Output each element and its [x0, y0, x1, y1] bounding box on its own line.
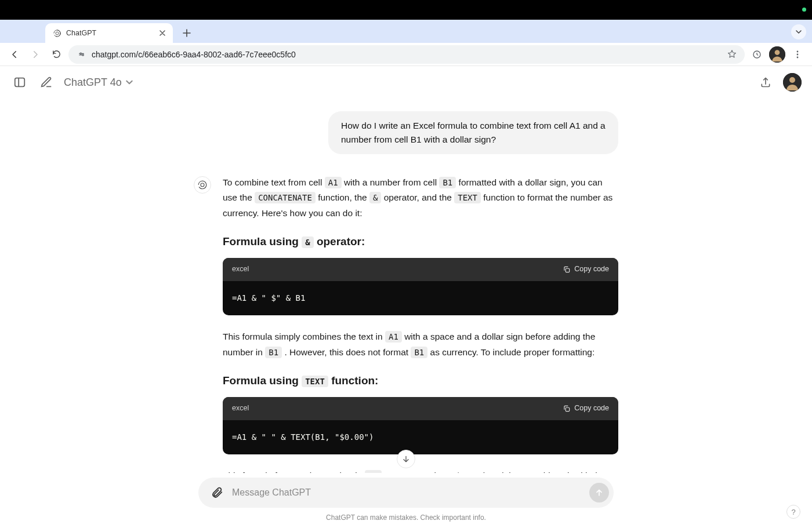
- browser-toolbar: chatgpt.com/c/66eab6c6-9aa4-8002-aad6-7c…: [0, 43, 812, 66]
- code-block-2: excel Copy code =A1 & " " & TEXT(B1, "$0…: [223, 397, 618, 454]
- code-content: =A1 & " " & TEXT(B1, "$0.00"): [223, 420, 618, 455]
- browser-profile-button[interactable]: [769, 46, 785, 63]
- svg-point-13: [201, 183, 204, 187]
- back-button[interactable]: [6, 46, 23, 63]
- svg-rect-15: [566, 407, 569, 411]
- user-avatar[interactable]: [783, 73, 802, 92]
- composer-area: ChatGPT can make mistakes. Check importa…: [0, 473, 812, 525]
- url-text: chatgpt.com/c/66eab6c6-9aa4-8002-aad6-7c…: [92, 50, 722, 59]
- heading-text-function: Formula using TEXT function:: [223, 372, 618, 390]
- openai-favicon-icon: [52, 28, 61, 38]
- site-settings-icon[interactable]: [77, 50, 86, 59]
- browser-tab-active[interactable]: ChatGPT: [45, 23, 173, 43]
- browser-menu-icon[interactable]: [789, 46, 806, 63]
- assistant-avatar-icon: [194, 176, 211, 194]
- code-block-1: excel Copy code =A1 & " $" & B1: [223, 258, 618, 315]
- recording-indicator: [802, 8, 806, 12]
- svg-rect-14: [566, 268, 569, 272]
- svg-point-12: [789, 77, 795, 83]
- close-tab-button[interactable]: [158, 28, 167, 38]
- scroll-to-bottom-button[interactable]: [397, 450, 415, 468]
- extensions-icon[interactable]: [748, 46, 766, 63]
- code-header: excel Copy code: [223, 258, 618, 281]
- assistant-paragraph: This formula formats the number in B1 as…: [223, 468, 618, 473]
- browser-tab-strip: ChatGPT: [0, 20, 812, 43]
- app-header: ChatGPT 4o: [0, 66, 812, 99]
- new-tab-button[interactable]: [179, 25, 195, 41]
- tabs-dropdown-button[interactable]: [791, 24, 806, 39]
- assistant-paragraph: To combine text from cell A1 with a numb…: [223, 175, 618, 221]
- model-label: ChatGPT 4o: [64, 77, 122, 89]
- copy-code-button[interactable]: Copy code: [563, 402, 609, 414]
- new-chat-button[interactable]: [37, 73, 56, 92]
- svg-point-0: [56, 32, 59, 35]
- heading-amp-operator: Formula using & operator:: [223, 232, 618, 251]
- tab-title: ChatGPT: [66, 29, 153, 37]
- svg-point-5: [775, 50, 780, 55]
- forward-button[interactable]: [27, 46, 44, 63]
- code-language: excel: [232, 402, 249, 414]
- code-a1: A1: [325, 177, 342, 188]
- svg-point-1: [80, 53, 82, 54]
- code-ampersand: &: [369, 192, 381, 203]
- assistant-message: To combine text from cell A1 with a numb…: [194, 175, 618, 473]
- composer: [198, 478, 614, 508]
- assistant-content: To combine text from cell A1 with a numb…: [223, 175, 618, 473]
- chevron-down-icon: [125, 78, 133, 86]
- reload-button[interactable]: [48, 46, 65, 63]
- svg-point-8: [797, 56, 799, 58]
- user-message-text: How do I write an Excel formula to combi…: [328, 111, 618, 154]
- os-title-bar: [0, 0, 812, 20]
- code-language: excel: [232, 263, 249, 275]
- conversation-area: How do I write an Excel formula to combi…: [0, 99, 812, 473]
- code-text: TEXT: [454, 192, 481, 203]
- code-concatenate: CONCATENATE: [255, 192, 316, 203]
- svg-rect-9: [15, 78, 25, 87]
- bookmark-icon[interactable]: [727, 50, 737, 59]
- address-bar[interactable]: chatgpt.com/c/66eab6c6-9aa4-8002-aad6-7c…: [68, 45, 745, 64]
- code-b1: B1: [439, 177, 456, 188]
- svg-point-6: [797, 50, 799, 52]
- toggle-sidebar-button[interactable]: [10, 73, 29, 92]
- assistant-paragraph: This formula simply combines the text in…: [223, 329, 618, 360]
- disclaimer-text: ChatGPT can make mistakes. Check importa…: [0, 508, 812, 525]
- attach-button[interactable]: [209, 485, 225, 501]
- share-button[interactable]: [756, 73, 775, 92]
- help-button[interactable]: ?: [786, 505, 800, 519]
- svg-point-2: [82, 54, 84, 56]
- code-content: =A1 & " $" & B1: [223, 281, 618, 316]
- code-header: excel Copy code: [223, 397, 618, 420]
- user-message: How do I write an Excel formula to combi…: [194, 111, 618, 154]
- copy-code-button[interactable]: Copy code: [563, 263, 609, 275]
- message-input[interactable]: [232, 487, 582, 498]
- send-button[interactable]: [589, 483, 609, 502]
- model-selector[interactable]: ChatGPT 4o: [64, 77, 133, 89]
- svg-point-7: [797, 53, 799, 55]
